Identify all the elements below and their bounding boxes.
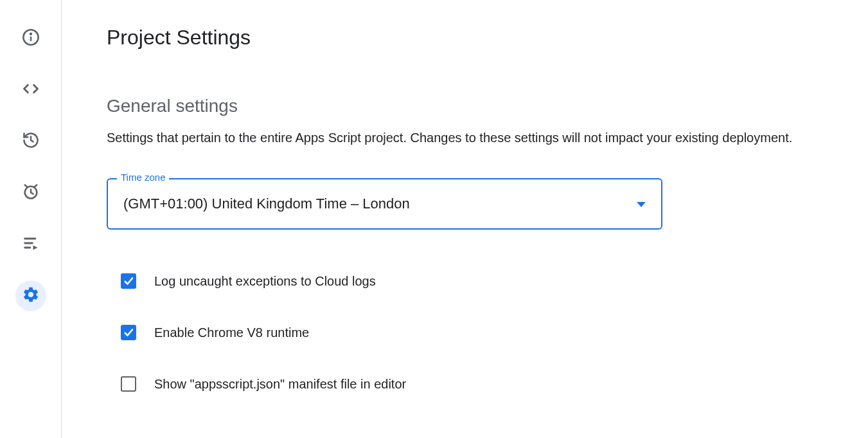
section-title-general: General settings — [107, 96, 823, 116]
checkbox-row-log-exceptions: Log uncaught exceptions to Cloud logs — [107, 260, 823, 302]
sidebar-item-triggers[interactable] — [15, 178, 46, 208]
timezone-field: Time zone (GMT+01:00) United Kingdom Tim… — [107, 178, 662, 230]
checkbox-v8-runtime[interactable] — [121, 325, 136, 340]
info-icon — [22, 28, 40, 49]
timezone-select[interactable]: (GMT+01:00) United Kingdom Time – London — [107, 178, 662, 230]
svg-line-5 — [34, 185, 37, 187]
sidebar — [0, 0, 62, 438]
svg-point-2 — [30, 33, 31, 35]
section-description: Settings that pertain to the entire Apps… — [107, 128, 823, 147]
sidebar-item-executions[interactable] — [15, 229, 46, 260]
alarm-icon — [22, 183, 40, 203]
checkbox-label-log-exceptions: Log uncaught exceptions to Cloud logs — [154, 274, 376, 289]
dropdown-arrow-icon — [637, 198, 646, 210]
code-icon — [22, 80, 40, 100]
history-icon — [22, 131, 40, 152]
main-content: Project Settings General settings Settin… — [62, 0, 868, 438]
executions-icon — [22, 234, 40, 255]
sidebar-item-history[interactable] — [15, 126, 46, 157]
checkbox-row-show-manifest: Show "appsscript.json" manifest file in … — [107, 363, 823, 405]
gear-icon — [22, 286, 40, 306]
timezone-label: Time zone — [117, 172, 169, 183]
checkbox-label-show-manifest: Show "appsscript.json" manifest file in … — [154, 377, 406, 392]
sidebar-item-overview[interactable] — [15, 23, 46, 54]
timezone-value: (GMT+01:00) United Kingdom Time – London — [123, 196, 410, 212]
checkbox-log-exceptions[interactable] — [121, 273, 136, 289]
checkbox-row-v8-runtime: Enable Chrome V8 runtime — [107, 312, 823, 353]
sidebar-item-settings[interactable] — [15, 280, 46, 311]
page-title: Project Settings — [107, 26, 823, 50]
checkbox-label-v8-runtime: Enable Chrome V8 runtime — [154, 325, 309, 340]
svg-line-4 — [24, 185, 27, 187]
checkbox-show-manifest[interactable] — [121, 376, 136, 392]
sidebar-item-editor[interactable] — [15, 75, 46, 105]
